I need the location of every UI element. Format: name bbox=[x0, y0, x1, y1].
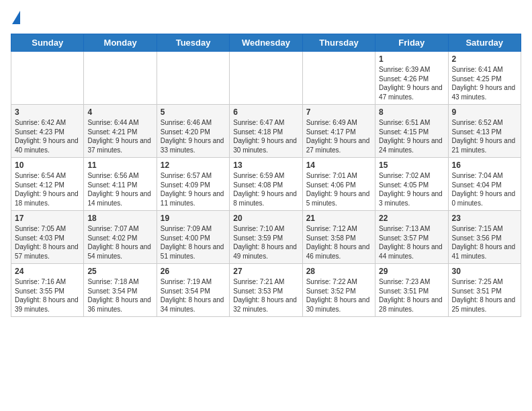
day-info: Sunrise: 7:07 AMSunset: 4:02 PMDaylight:… bbox=[87, 224, 152, 261]
day-info: Sunrise: 7:12 AMSunset: 3:58 PMDaylight:… bbox=[306, 224, 371, 261]
sunset-time: Sunset: 3:53 PM bbox=[233, 287, 283, 295]
day-info: Sunrise: 7:16 AMSunset: 3:55 PMDaylight:… bbox=[15, 277, 80, 314]
calendar-cell: 3Sunrise: 6:42 AMSunset: 4:23 PMDaylight… bbox=[11, 105, 84, 158]
daylight-hours: Daylight: 8 hours and 54 minutes. bbox=[87, 243, 151, 260]
calendar: SundayMondayTuesdayWednesdayThursdayFrid… bbox=[11, 34, 521, 317]
sunrise-time: Sunrise: 7:13 AM bbox=[379, 225, 430, 232]
day-number: 26 bbox=[161, 267, 226, 276]
day-number: 16 bbox=[452, 161, 517, 170]
sunset-time: Sunset: 4:17 PM bbox=[306, 128, 356, 136]
sunset-time: Sunset: 4:02 PM bbox=[87, 234, 137, 242]
calendar-cell: 5Sunrise: 6:46 AMSunset: 4:20 PMDaylight… bbox=[157, 105, 229, 158]
daylight-hours: Daylight: 9 hours and 18 minutes. bbox=[15, 190, 79, 207]
day-number: 4 bbox=[87, 107, 152, 117]
page: SundayMondayTuesdayWednesdayThursdayFrid… bbox=[0, 0, 532, 325]
day-info: Sunrise: 7:02 AMSunset: 4:05 PMDaylight:… bbox=[379, 171, 444, 208]
sunset-time: Sunset: 4:05 PM bbox=[379, 181, 429, 189]
day-number: 3 bbox=[15, 107, 80, 117]
daylight-hours: Daylight: 9 hours and 37 minutes. bbox=[87, 137, 151, 154]
sunset-time: Sunset: 4:26 PM bbox=[379, 75, 429, 83]
sunset-time: Sunset: 4:11 PM bbox=[87, 181, 137, 189]
daylight-hours: Daylight: 9 hours and 24 minutes. bbox=[379, 137, 443, 154]
day-number: 12 bbox=[161, 161, 226, 170]
sunrise-time: Sunrise: 7:18 AM bbox=[87, 278, 138, 285]
day-number: 15 bbox=[379, 161, 444, 170]
calendar-cell: 11Sunrise: 6:56 AMSunset: 4:11 PMDayligh… bbox=[84, 158, 157, 211]
day-info: Sunrise: 6:51 AMSunset: 4:15 PMDaylight:… bbox=[379, 118, 444, 154]
sunrise-time: Sunrise: 7:16 AM bbox=[15, 278, 66, 285]
sunset-time: Sunset: 4:13 PM bbox=[452, 128, 502, 136]
calendar-cell: 22Sunrise: 7:13 AMSunset: 3:57 PMDayligh… bbox=[375, 211, 448, 264]
sunset-time: Sunset: 4:06 PM bbox=[306, 181, 356, 189]
calendar-cell bbox=[302, 52, 375, 105]
calendar-cell: 14Sunrise: 7:01 AMSunset: 4:06 PMDayligh… bbox=[302, 158, 375, 211]
daylight-hours: Daylight: 8 hours and 44 minutes. bbox=[379, 243, 443, 260]
day-info: Sunrise: 6:56 AMSunset: 4:11 PMDaylight:… bbox=[87, 171, 152, 208]
sunset-time: Sunset: 3:54 PM bbox=[161, 287, 210, 295]
calendar-cell bbox=[11, 52, 84, 105]
daylight-hours: Daylight: 9 hours and 40 minutes. bbox=[15, 137, 79, 154]
calendar-cell: 30Sunrise: 7:25 AMSunset: 3:51 PMDayligh… bbox=[448, 264, 521, 317]
calendar-week-row: 10Sunrise: 6:54 AMSunset: 4:12 PMDayligh… bbox=[11, 158, 521, 211]
day-number: 23 bbox=[452, 214, 517, 223]
weekday-header-thursday: Thursday bbox=[302, 34, 375, 52]
sunset-time: Sunset: 3:52 PM bbox=[306, 287, 356, 295]
sunset-time: Sunset: 4:00 PM bbox=[161, 234, 210, 242]
weekday-header-friday: Friday bbox=[375, 34, 448, 52]
sunset-time: Sunset: 3:57 PM bbox=[379, 234, 429, 242]
calendar-cell: 17Sunrise: 7:05 AMSunset: 4:03 PMDayligh… bbox=[11, 211, 84, 264]
calendar-cell: 20Sunrise: 7:10 AMSunset: 3:59 PMDayligh… bbox=[230, 211, 302, 264]
day-info: Sunrise: 7:23 AMSunset: 3:51 PMDaylight:… bbox=[379, 277, 444, 314]
day-number: 5 bbox=[161, 107, 226, 117]
daylight-hours: Daylight: 8 hours and 36 minutes. bbox=[87, 296, 151, 313]
day-number: 6 bbox=[233, 107, 298, 117]
daylight-hours: Daylight: 9 hours and 3 minutes. bbox=[379, 190, 443, 207]
calendar-cell bbox=[84, 52, 157, 105]
day-info: Sunrise: 6:49 AMSunset: 4:17 PMDaylight:… bbox=[306, 118, 371, 154]
weekday-header-saturday: Saturday bbox=[448, 34, 521, 52]
calendar-cell: 10Sunrise: 6:54 AMSunset: 4:12 PMDayligh… bbox=[11, 158, 84, 211]
sunrise-time: Sunrise: 6:46 AM bbox=[161, 119, 212, 126]
sunset-time: Sunset: 4:20 PM bbox=[161, 128, 210, 136]
daylight-hours: Daylight: 8 hours and 30 minutes. bbox=[306, 296, 370, 313]
day-number: 18 bbox=[87, 214, 152, 223]
sunset-time: Sunset: 4:15 PM bbox=[379, 128, 429, 136]
sunset-time: Sunset: 3:56 PM bbox=[452, 234, 502, 242]
sunset-time: Sunset: 3:58 PM bbox=[306, 234, 356, 242]
daylight-hours: Daylight: 9 hours and 11 minutes. bbox=[161, 190, 224, 207]
day-number: 29 bbox=[379, 267, 444, 276]
daylight-hours: Daylight: 8 hours and 41 minutes. bbox=[452, 243, 516, 260]
calendar-cell: 25Sunrise: 7:18 AMSunset: 3:54 PMDayligh… bbox=[84, 264, 157, 317]
sunset-time: Sunset: 4:04 PM bbox=[452, 181, 502, 189]
calendar-cell: 23Sunrise: 7:15 AMSunset: 3:56 PMDayligh… bbox=[448, 211, 521, 264]
daylight-hours: Daylight: 9 hours and 47 minutes. bbox=[379, 84, 443, 101]
daylight-hours: Daylight: 8 hours and 28 minutes. bbox=[379, 296, 443, 313]
sunrise-time: Sunrise: 6:59 AM bbox=[233, 172, 284, 179]
day-info: Sunrise: 7:05 AMSunset: 4:03 PMDaylight:… bbox=[15, 224, 80, 261]
day-info: Sunrise: 7:15 AMSunset: 3:56 PMDaylight:… bbox=[452, 224, 517, 261]
sunrise-time: Sunrise: 6:42 AM bbox=[15, 119, 66, 126]
day-number: 13 bbox=[233, 161, 298, 170]
calendar-cell: 7Sunrise: 6:49 AMSunset: 4:17 PMDaylight… bbox=[302, 105, 375, 158]
day-number: 27 bbox=[233, 267, 298, 276]
calendar-cell: 21Sunrise: 7:12 AMSunset: 3:58 PMDayligh… bbox=[302, 211, 375, 264]
day-number: 17 bbox=[15, 214, 80, 223]
sunset-time: Sunset: 4:23 PM bbox=[15, 128, 64, 136]
day-info: Sunrise: 6:52 AMSunset: 4:13 PMDaylight:… bbox=[452, 118, 517, 154]
day-info: Sunrise: 7:19 AMSunset: 3:54 PMDaylight:… bbox=[161, 277, 226, 314]
day-info: Sunrise: 6:39 AMSunset: 4:26 PMDaylight:… bbox=[379, 65, 444, 101]
calendar-cell: 4Sunrise: 6:44 AMSunset: 4:21 PMDaylight… bbox=[84, 105, 157, 158]
header bbox=[11, 11, 521, 26]
day-info: Sunrise: 7:04 AMSunset: 4:04 PMDaylight:… bbox=[452, 171, 517, 208]
day-info: Sunrise: 7:13 AMSunset: 3:57 PMDaylight:… bbox=[379, 224, 444, 261]
sunset-time: Sunset: 4:08 PM bbox=[233, 181, 283, 189]
sunrise-time: Sunrise: 7:09 AM bbox=[161, 225, 212, 232]
daylight-hours: Daylight: 9 hours and 8 minutes. bbox=[233, 190, 297, 207]
sunset-time: Sunset: 4:18 PM bbox=[233, 128, 283, 136]
calendar-cell: 15Sunrise: 7:02 AMSunset: 4:05 PMDayligh… bbox=[375, 158, 448, 211]
sunrise-time: Sunrise: 7:02 AM bbox=[379, 172, 430, 179]
sunrise-time: Sunrise: 6:49 AM bbox=[306, 119, 357, 126]
daylight-hours: Daylight: 9 hours and 5 minutes. bbox=[306, 190, 370, 207]
sunrise-time: Sunrise: 6:52 AM bbox=[452, 119, 503, 126]
day-info: Sunrise: 6:46 AMSunset: 4:20 PMDaylight:… bbox=[161, 118, 226, 154]
